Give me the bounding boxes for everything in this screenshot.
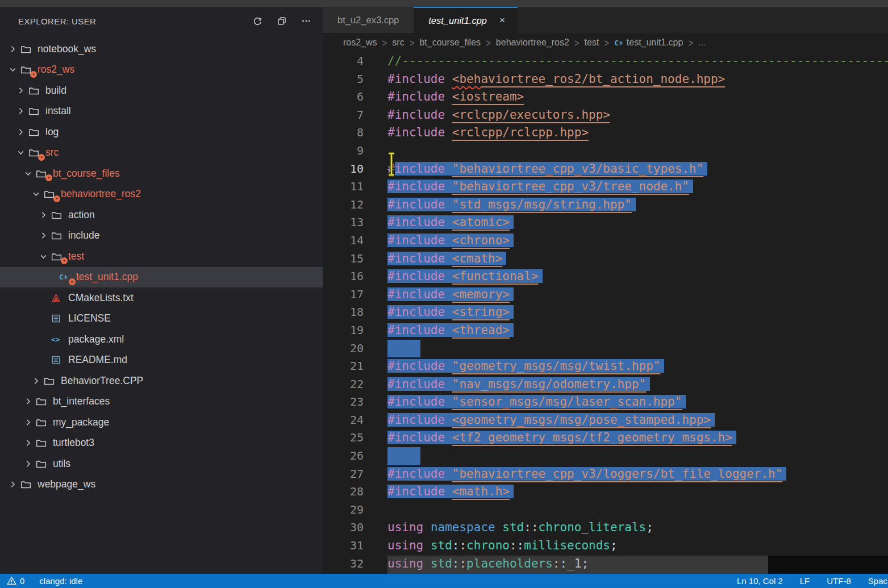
tree-item-LICENSE[interactable]: LICENSE [0,308,323,330]
tree-item-webpage_ws[interactable]: webpage_ws [0,474,323,495]
code-line-31[interactable]: 31using std::chrono::milliseconds; [323,537,888,555]
code-line-10[interactable]: 10#include "behaviortree_cpp_v3/basic_ty… [323,160,888,178]
tree-item-log[interactable]: log [0,122,323,143]
tree-item-label: include [68,230,99,241]
warning-icon [7,576,16,586]
tree-item-bt_interfaces[interactable]: bt_interfaces [0,391,323,412]
collapse-folders-icon[interactable] [276,15,288,27]
breadcrumb-item-ros2_ws[interactable]: ros2_ws [343,37,377,48]
error-badge: • [45,174,52,181]
code-line-16[interactable]: 16#include <functional> [323,268,888,286]
line-number: 20 [323,340,364,358]
md-file-icon [51,355,61,365]
cursor-position[interactable]: Ln 10, Col 2 [737,576,783,586]
code-line-13[interactable]: 13#include <atomic> [323,214,888,232]
error-badge: • [38,154,45,161]
code-line-4[interactable]: 4//-------------------------------------… [323,52,888,70]
problems-indicator[interactable]: 0 [7,576,24,586]
status-bar: 0 clangd: idle Ln 10, Col 2 LF UTF-8 Spa… [0,574,888,588]
code-line-11[interactable]: 11#include "behaviortree_cpp_v3/tree_nod… [323,178,888,196]
code-line-14[interactable]: 14#include <chrono> [323,232,888,250]
code-line-21[interactable]: 21#include "geometry_msgs/msg/twist.hpp" [323,357,888,376]
refresh-icon[interactable] [251,15,264,27]
breadcrumb-separator-icon: > [604,36,609,48]
breadcrumb-item-test_unit1cpp[interactable]: C+test_unit1.cpp [614,37,683,48]
tree-item-src[interactable]: •src [0,143,323,164]
breadcrumb-item-test[interactable]: test [585,37,599,48]
tree-item-ros2_ws[interactable]: •ros2_ws [0,60,323,81]
tree-item-turtlebot3[interactable]: turtlebot3 [0,433,323,454]
line-number: 25 [323,429,364,447]
tree-item-bt_course_files[interactable]: •bt_course_files [0,163,323,184]
line-number: 32 [323,555,364,573]
tree-item-package.xml[interactable]: <>package.xml [0,329,323,350]
code-line-17[interactable]: 17#include <memory> [323,286,888,304]
tree-item-my_package[interactable]: my_package [0,412,323,433]
tree-item-label: src [45,147,59,159]
line-number: 12 [323,196,364,214]
breadcrumb-item-[interactable]: ... [698,37,706,48]
eol-indicator[interactable]: LF [800,576,810,586]
line-number: 27 [323,465,364,483]
code-line-29[interactable]: 29 [323,501,888,519]
folder-icon [28,85,39,96]
code-line-20[interactable]: 20 [323,340,888,358]
tree-item-behaviortree_ros2[interactable]: •behaviortree_ros2 [0,184,323,205]
chevron-right-icon [8,44,18,54]
tree-item-install[interactable]: install [0,101,323,122]
tree-item-CMakeLists.txt[interactable]: CMakeLists.txt [0,287,323,308]
code-line-19[interactable]: 19#include <thread> [323,322,888,340]
tree-item-label: package.xml [68,333,124,345]
tree-item-label: LICENSE [68,312,111,324]
code-line-5[interactable]: 5#include <behaviortree_ros2/bt_action_n… [323,70,888,89]
code-editor[interactable]: 4//-------------------------------------… [323,52,888,574]
indentation-indicator[interactable]: Spac [868,576,887,586]
code-line-26[interactable]: 26 [323,447,888,465]
tab-bt_u2_ex3[interactable]: bt_u2_ex3.cpp [323,7,414,33]
more-actions-icon[interactable] [300,15,312,27]
line-number: 7 [323,106,364,124]
code-line-24[interactable]: 24#include <geometry_msgs/msg/pose_stamp… [323,411,888,429]
tree-item-build[interactable]: build [0,80,323,101]
tree-item-test[interactable]: •test [0,246,323,267]
breadcrumb-label: ... [698,37,706,48]
code-line-22[interactable]: 22#include "nav_msgs/msg/odometry.hpp" [323,376,888,394]
breadcrumb-item-src[interactable]: src [392,37,404,48]
code-line-27[interactable]: 27#include "behaviortree_cpp_v3/loggers/… [323,465,888,483]
tree-item-BehaviorTree.CPP[interactable]: BehaviorTree.CPP [0,370,323,391]
tree-item-notebook_ws[interactable]: notebook_ws [0,39,323,60]
tree-item-label: notebook_ws [37,43,96,55]
line-number: 26 [323,447,364,465]
code-line-25[interactable]: 25#include <tf2_geometry_msgs/tf2_geomet… [323,429,888,447]
horizontal-scrollbar[interactable] [387,556,768,574]
code-line-8[interactable]: 8#include <rclcpp/rclcpp.hpp> [323,124,888,142]
tree-item-label: my_package [53,416,109,428]
code-line-9[interactable]: 9 [323,142,888,160]
editor-area: bt_u2_ex3.cpp test_unit1.cpp × ros2_ws>s… [323,7,888,574]
code-line-28[interactable]: 28#include <math.h> [323,483,888,501]
code-line-15[interactable]: 15#include <cmath> [323,250,888,268]
breadcrumb-item-behaviortree_ros2[interactable]: behaviortree_ros2 [496,37,569,48]
encoding-indicator[interactable]: UTF-8 [827,576,851,586]
chevron-down-icon [8,65,18,74]
code-line-30[interactable]: 30using namespace std::chrono_literals; [323,519,888,537]
tree-item-utils[interactable]: utils [0,453,323,474]
selection-highlight: include "behaviortree_cpp_v3/basic_types… [395,162,708,176]
tree-item-include[interactable]: include [0,226,323,247]
folder-icon [36,458,47,469]
tree-item-test_unit1.cpp[interactable]: C+×test_unit1.cpp [0,267,323,288]
code-line-23[interactable]: 23#include "sensor_msgs/msg/laser_scan.h… [323,393,888,411]
code-line-7[interactable]: 7#include <rclcpp/executors.hpp> [323,106,888,124]
tree-item-label: test [68,251,84,262]
breadcrumb-item-bt_course_files[interactable]: bt_course_files [419,37,481,48]
tab-test_unit1[interactable]: test_unit1.cpp × [414,7,518,33]
close-icon[interactable]: × [496,14,508,27]
chevron-down-icon [31,189,41,199]
clangd-status[interactable]: clangd: idle [39,576,82,586]
error-badge: • [61,257,68,264]
code-line-12[interactable]: 12#include "std_msgs/msg/string.hpp" [323,196,888,214]
tree-item-action[interactable]: action [0,205,323,226]
tree-item-README.md[interactable]: README.md [0,350,323,371]
code-line-6[interactable]: 6#include <iostream> [323,88,888,106]
code-line-18[interactable]: 18#include <string> [323,303,888,322]
